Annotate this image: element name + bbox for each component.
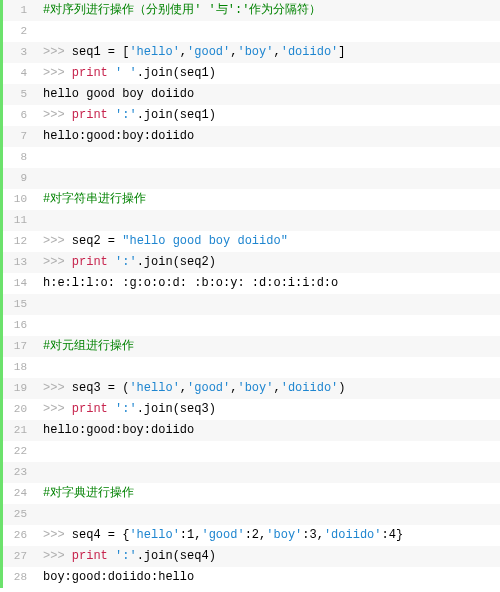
code-line: 10#对字符串进行操作: [3, 189, 500, 210]
line-content: h:e:l:l:o: :g:o:o:d: :b:o:y: :d:o:i:i:d:…: [33, 273, 338, 294]
code-line: 25: [3, 504, 500, 525]
token-keyword: >>>: [43, 402, 72, 416]
line-number: 12: [3, 231, 33, 252]
token-keyword: >>>: [43, 255, 72, 269]
token-string: ' ': [115, 66, 137, 80]
code-line: 17#对元组进行操作: [3, 336, 500, 357]
token-plain: seq3 = (: [72, 381, 130, 395]
code-line: 21hello:good:boy:doiido: [3, 420, 500, 441]
token-comment: #对序列进行操作（分别使用' '与':'作为分隔符）: [43, 3, 321, 17]
token-string: ':': [115, 402, 137, 416]
token-print: print: [72, 255, 108, 269]
line-content: hello good boy doiido: [33, 84, 194, 105]
line-number: 17: [3, 336, 33, 357]
line-content: [33, 504, 43, 525]
code-line: 27>>> print ':'.join(seq4): [3, 546, 500, 567]
line-number: 8: [3, 147, 33, 168]
code-line: 28boy:good:doiido:hello: [3, 567, 500, 588]
token-plain: ,: [273, 45, 280, 59]
token-string: ':': [115, 108, 137, 122]
token-string: 'hello': [129, 45, 179, 59]
token-string: ':': [115, 549, 137, 563]
line-number: 14: [3, 273, 33, 294]
line-content: hello:good:boy:doiido: [33, 420, 194, 441]
line-number: 25: [3, 504, 33, 525]
line-content: >>> print ':'.join(seq1): [33, 105, 216, 126]
token-keyword: >>>: [43, 549, 72, 563]
code-line: 16: [3, 315, 500, 336]
token-plain: .join(seq4): [137, 549, 216, 563]
code-line: 15: [3, 294, 500, 315]
line-content: >>> seq3 = ('hello','good','boy','doiido…: [33, 378, 346, 399]
line-content: [33, 315, 43, 336]
token-plain: ): [338, 381, 345, 395]
line-content: [33, 21, 43, 42]
line-number: 27: [3, 546, 33, 567]
line-content: [33, 210, 43, 231]
code-line: 8: [3, 147, 500, 168]
code-line: 4>>> print ' '.join(seq1): [3, 63, 500, 84]
token-comment: #对字符串进行操作: [43, 192, 146, 206]
token-string: 'boy': [237, 45, 273, 59]
token-plain: .join(seq3): [137, 402, 216, 416]
line-number: 16: [3, 315, 33, 336]
code-line: 11: [3, 210, 500, 231]
line-content: >>> seq4 = {'hello':1,'good':2,'boy':3,'…: [33, 525, 403, 546]
line-number: 22: [3, 441, 33, 462]
line-number: 20: [3, 399, 33, 420]
token-plain: ]: [338, 45, 345, 59]
token-plain: seq1 = [: [72, 45, 130, 59]
code-block: 1#对序列进行操作（分别使用' '与':'作为分隔符）23>>> seq1 = …: [0, 0, 500, 588]
token-string: 'hello': [129, 528, 179, 542]
line-number: 9: [3, 168, 33, 189]
token-plain: h:e:l:l:o: :g:o:o:d: :b:o:y: :d:o:i:i:d:…: [43, 276, 338, 290]
token-keyword: >>>: [43, 234, 72, 248]
code-line: 5hello good boy doiido: [3, 84, 500, 105]
token-plain: boy:good:doiido:hello: [43, 570, 194, 584]
line-number: 23: [3, 462, 33, 483]
token-string: 'doiido': [281, 381, 339, 395]
token-plain: hello:good:boy:doiido: [43, 423, 194, 437]
line-number: 7: [3, 126, 33, 147]
line-number: 26: [3, 525, 33, 546]
line-content: >>> print ' '.join(seq1): [33, 63, 216, 84]
code-line: 26>>> seq4 = {'hello':1,'good':2,'boy':3…: [3, 525, 500, 546]
code-line: 12>>> seq2 = "hello good boy doiido": [3, 231, 500, 252]
code-line: 14h:e:l:l:o: :g:o:o:d: :b:o:y: :d:o:i:i:…: [3, 273, 500, 294]
line-number: 13: [3, 252, 33, 273]
code-line: 2: [3, 21, 500, 42]
token-string: "hello good boy doiido": [122, 234, 288, 248]
code-line: 9: [3, 168, 500, 189]
token-plain: :4}: [382, 528, 404, 542]
line-content: [33, 147, 43, 168]
token-plain: [108, 255, 115, 269]
token-keyword: >>>: [43, 381, 72, 395]
line-content: #对字符串进行操作: [33, 189, 146, 210]
line-number: 5: [3, 84, 33, 105]
code-line: 19>>> seq3 = ('hello','good','boy','doii…: [3, 378, 500, 399]
token-plain: :1,: [180, 528, 202, 542]
token-keyword: >>>: [43, 45, 72, 59]
code-line: 22: [3, 441, 500, 462]
code-line: 24#对字典进行操作: [3, 483, 500, 504]
line-content: #对字典进行操作: [33, 483, 134, 504]
token-plain: ,: [273, 381, 280, 395]
line-number: 11: [3, 210, 33, 231]
token-plain: hello good boy doiido: [43, 87, 194, 101]
token-plain: seq4 = {: [72, 528, 130, 542]
line-number: 18: [3, 357, 33, 378]
token-string: 'doiido': [281, 45, 339, 59]
line-content: >>> print ':'.join(seq3): [33, 399, 216, 420]
line-content: hello:good:boy:doiido: [33, 126, 194, 147]
line-number: 15: [3, 294, 33, 315]
line-number: 3: [3, 42, 33, 63]
code-area: 1#对序列进行操作（分别使用' '与':'作为分隔符）23>>> seq1 = …: [3, 0, 500, 588]
token-plain: [108, 66, 115, 80]
token-string: 'boy': [237, 381, 273, 395]
token-keyword: >>>: [43, 108, 72, 122]
token-plain: :2,: [245, 528, 267, 542]
line-content: [33, 168, 43, 189]
line-content: boy:good:doiido:hello: [33, 567, 194, 588]
token-plain: hello:good:boy:doiido: [43, 129, 194, 143]
token-plain: .join(seq2): [137, 255, 216, 269]
